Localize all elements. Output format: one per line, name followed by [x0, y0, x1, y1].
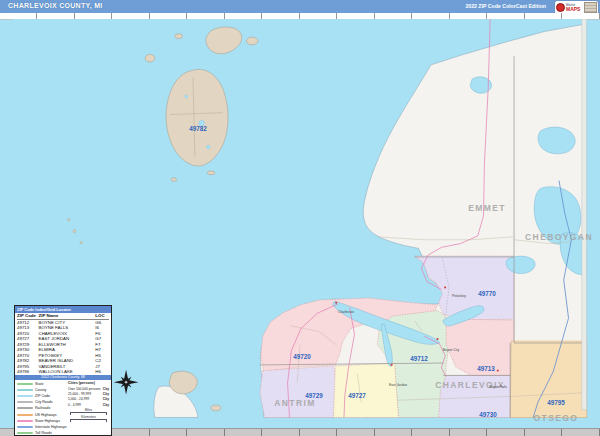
zip-label-49782: 49782: [189, 125, 207, 132]
legend-city-row: Over 100,000 persons City: [68, 386, 109, 391]
legend-line-label: State: [35, 382, 43, 386]
legend-line-items: State County ZIP Code City Roads Railroa…: [17, 381, 68, 436]
legend-line-swatch: [17, 383, 33, 385]
legend-city-rows: Over 100,000 persons City 25,000 - 99,99…: [68, 386, 109, 408]
legend-line-label: City Roads: [35, 400, 53, 404]
locator-table: ZIP Code ZIP Name LOC 49712 BOYNE CITY G…: [15, 313, 111, 375]
legend-line-label: ZIP Code: [35, 394, 50, 398]
legend-line-swatch: [17, 432, 33, 434]
zip-region-49795: [510, 341, 586, 417]
cell-zip: 49796: [17, 369, 39, 375]
legend-city-sample: City: [103, 403, 109, 407]
legend-line-swatch: [17, 426, 33, 428]
county-label-cheboygan: CHEBOYGAN: [525, 232, 593, 242]
logo-maps-text: MAPS: [566, 7, 580, 12]
legend-line-swatch: [17, 401, 33, 403]
locator-panel: ZIP Code Index/Grid Locator ZIP Code ZIP…: [14, 305, 112, 436]
legend-line-swatch: [17, 414, 33, 416]
zip-region-49727: [333, 363, 398, 417]
legend-line-label: County: [35, 388, 46, 392]
zip-region-49729: [260, 366, 337, 418]
city-label-charlevoix: Charlevoix: [338, 310, 354, 314]
legend-scale-bars: Miles Kilometers: [68, 408, 109, 422]
legend-line-label: US Highways: [35, 413, 57, 417]
scale-bar-row: Kilometers: [68, 415, 109, 422]
legend-city-row: 25,000 - 99,999 City: [68, 391, 109, 396]
douglas-lake: [538, 127, 575, 154]
map-page: CHARLEVOIX COUNTY, MI 2022 ZIP Code Colo…: [0, 0, 600, 436]
locator-title: ZIP Code Index/Grid Locator: [15, 306, 111, 313]
col-zip-code: ZIP Code: [17, 313, 39, 319]
scale-bar-row: Miles: [68, 408, 109, 415]
map-neatline-right: [582, 19, 587, 410]
legend-city-label: 5,000 - 24,999: [68, 397, 89, 401]
legend-line-swatch: [17, 389, 33, 391]
cell-loc: H6: [95, 369, 109, 375]
zip-label-49770: 49770: [478, 290, 496, 297]
logo-text: Market MAPS: [566, 4, 580, 12]
legend-line-label: Interstate Highways: [35, 425, 67, 429]
legend-row: Toll Roads: [17, 430, 68, 436]
legend-line-label: Toll Roads: [35, 431, 52, 435]
scale-bar: [70, 419, 107, 422]
title-bar: CHARLEVOIX COUNTY, MI 2022 ZIP Code Colo…: [0, 0, 600, 14]
legend-line-swatch: [17, 407, 33, 409]
city-label-boyne-city: Boyne City: [443, 348, 459, 352]
col-loc: LOC: [95, 313, 109, 319]
edition-label: 2022 ZIP Code ColorCast Edition: [465, 3, 546, 9]
legend-city-sample: City: [103, 397, 109, 401]
city-label-east-jordan: East Jordan: [389, 383, 407, 387]
county-title: CHARLEVOIX COUNTY, MI: [8, 2, 103, 9]
legend-city-sample: City: [103, 387, 109, 391]
county-label-otsego: OTSEGO: [534, 413, 579, 423]
city-label-petoskey: Petoskey: [452, 294, 466, 298]
county-label-antrim: ANTRIM: [274, 398, 315, 408]
zip-label-49720: 49720: [293, 353, 311, 360]
locator-table-body: 49712 BOYNE CITY G6 49713 BOYNE FALLS I6…: [17, 320, 109, 375]
zip-label-49730: 49730: [479, 411, 497, 418]
logo-globe-icon: [556, 3, 565, 12]
zip-label-49712: 49712: [410, 355, 428, 362]
legend-city-row: 5,000 - 24,999 City: [68, 397, 109, 402]
legend-line-label: State Highways: [35, 419, 60, 423]
legend-line-label: Railroads: [35, 406, 50, 410]
legend-line-swatch: [17, 395, 33, 397]
legend-city-label: Over 100,000 persons: [68, 387, 101, 391]
legend-cities: Cities (persons) Over 100,000 persons Ci…: [68, 381, 109, 436]
city-label-boyne-falls: Boyne Falls: [489, 385, 507, 389]
legend-line-swatch: [17, 420, 33, 422]
logo-barcode-icon: [584, 2, 597, 13]
legend-city-sample: City: [103, 392, 109, 396]
zip-label-49727: 49727: [348, 392, 366, 399]
col-zip-name: ZIP Name: [39, 313, 96, 319]
zip-label-49713: 49713: [477, 365, 495, 372]
map-legend: State County ZIP Code City Roads Railroa…: [15, 380, 111, 436]
county-label-emmet: EMMET: [468, 203, 506, 213]
zip-label-49795: 49795: [547, 399, 565, 406]
legend-city-label: 25,000 - 99,999: [68, 392, 91, 396]
legend-city-label: 0 - 4,999: [68, 403, 81, 407]
